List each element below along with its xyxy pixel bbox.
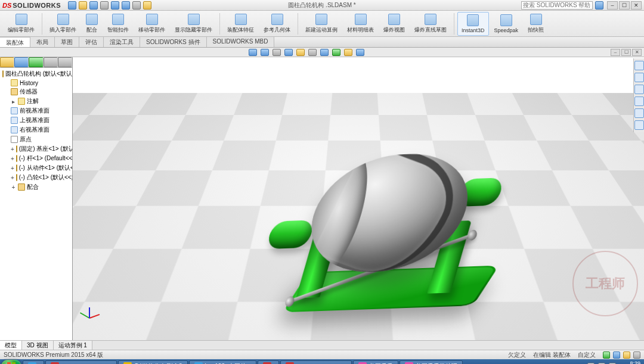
doc-minimize-button[interactable]: – <box>611 49 620 56</box>
qat-undo-icon[interactable] <box>111 1 119 10</box>
qat-redo-icon[interactable] <box>122 1 130 10</box>
tree-item-mates[interactable]: +配合 <box>2 182 72 192</box>
tree-root[interactable]: 圆柱凸轮机构 (默认<默认_显示 <box>2 69 72 79</box>
display-manager-tab-icon[interactable] <box>58 57 72 67</box>
tree-item-rod[interactable]: +(-) 杆<1> (Default<<Defaul <box>2 154 72 163</box>
status-tags-icon[interactable] <box>623 351 630 359</box>
tab-addins[interactable]: SOLIDWORKS 插件 <box>140 37 207 47</box>
expander-icon[interactable]: ▸ <box>11 98 16 105</box>
ribbon-assembly-features[interactable]: 装配体特征 <box>223 12 258 36</box>
expander-icon[interactable]: + <box>11 146 14 153</box>
dimxpert-tab-icon[interactable] <box>44 57 58 67</box>
qat-options-icon[interactable] <box>143 1 151 10</box>
orientation-triad[interactable] <box>80 301 101 322</box>
ribbon-smart-fasteners[interactable]: 智能扣件 <box>103 12 133 36</box>
hide-show-icon[interactable] <box>320 49 329 56</box>
ribbon-show-hide[interactable]: 显示隐藏零部件 <box>171 12 216 36</box>
qat-new-icon[interactable] <box>68 1 76 10</box>
taskbar-item-sw1[interactable]: SOLIDWORKS P... <box>45 360 117 364</box>
view-settings-icon[interactable] <box>356 49 364 56</box>
qat-open-icon[interactable] <box>79 1 87 10</box>
property-manager-tab-icon[interactable] <box>14 57 29 67</box>
prev-view-icon[interactable] <box>273 49 281 56</box>
ribbon-speedpak[interactable]: Speedpak <box>490 12 523 36</box>
tab-layout[interactable]: 布局 <box>30 37 55 47</box>
tree-item-annotations[interactable]: ▸注解 <box>2 97 72 106</box>
tree-item-origin[interactable]: 原点 <box>2 135 72 144</box>
feature-manager-tab-icon[interactable] <box>0 57 14 67</box>
tree-item-cam[interactable]: +(-) 凸轮<1> (默认<<默认> <box>2 173 72 182</box>
taskbar-item-browser[interactable] <box>23 360 44 364</box>
ribbon-mate[interactable]: 配合 <box>82 12 102 36</box>
tray-clock[interactable]: 8:29 2019/4/8 <box>620 361 640 364</box>
expander-icon[interactable]: + <box>11 184 16 191</box>
ribbon-exploded-view[interactable]: 爆炸视图 <box>379 12 409 36</box>
ribbon-instant3d[interactable]: Instant3D <box>457 12 489 36</box>
ribbon-ref-geometry[interactable]: 参考几何体 <box>259 12 295 36</box>
doc-maximize-button[interactable]: ☐ <box>621 49 631 56</box>
close-button[interactable]: ✕ <box>631 1 642 10</box>
display-style-icon[interactable] <box>308 49 317 56</box>
status-performance-icon[interactable] <box>633 351 640 359</box>
zoom-area-icon[interactable] <box>261 49 269 56</box>
tree-item-top-plane[interactable]: 上视基准面 <box>2 116 72 125</box>
tab-render[interactable]: 渲染工具 <box>104 37 140 47</box>
tree-item-base[interactable]: +(固定) 基座<1> (默认<<默认> <box>2 144 72 154</box>
ribbon-edit-component[interactable]: 编辑零部件 <box>4 12 39 36</box>
tree-item-front-plane[interactable]: 前视基准面 <box>2 106 72 116</box>
ribbon-insert-component[interactable]: 插入零部件 <box>45 12 80 36</box>
ribbon-snapshot[interactable]: 拍快照 <box>524 12 548 36</box>
tree-item-follower[interactable]: +(-) 从动件<1> (默认<<默认> <box>2 163 72 173</box>
taskbar-item-explorer[interactable]: G:\微信公众号\4-8 <box>118 360 188 364</box>
graphics-viewport[interactable]: 工程师 <box>73 57 644 340</box>
view-orientation-icon[interactable] <box>296 49 305 56</box>
doc-close-button[interactable]: ✕ <box>632 49 642 56</box>
feature-tree: 圆柱凸轮机构 (默认<默认_显示 History 传感器 ▸注解 前视基准面 上… <box>0 69 72 192</box>
taskbar-item-hao123[interactable]: hao123_上网从... <box>189 360 256 364</box>
file-explorer-tab-icon[interactable] <box>634 85 644 94</box>
appearance-icon[interactable] <box>332 49 340 56</box>
taskbar-item-sw2[interactable]: SOLIDWORKS P... <box>280 360 352 364</box>
expander-icon[interactable]: + <box>11 175 14 181</box>
ribbon-separator <box>42 13 42 35</box>
taskbar-item-meitu2[interactable]: 美图秀秀批处理 <box>400 360 463 364</box>
qat-print-icon[interactable] <box>100 1 109 10</box>
expander-icon[interactable]: + <box>11 155 14 162</box>
design-library-tab-icon[interactable] <box>634 73 644 82</box>
ribbon-explode-sketch[interactable]: 爆炸直线草图 <box>410 12 451 36</box>
tab-3d-views[interactable]: 3D 视图 <box>22 341 54 350</box>
tree-item-right-plane[interactable]: 右视基准面 <box>2 125 72 135</box>
tree-item-history[interactable]: History <box>2 79 72 87</box>
section-view-icon[interactable] <box>284 49 293 56</box>
minimize-button[interactable]: – <box>607 1 618 10</box>
tab-evaluate[interactable]: 评估 <box>79 37 104 47</box>
tree-item-sensors[interactable]: 传感器 <box>2 87 72 97</box>
config-manager-tab-icon[interactable] <box>29 57 43 67</box>
ribbon-motion-study[interactable]: 新建运动算例 <box>301 12 342 36</box>
resources-tab-icon[interactable] <box>634 61 644 70</box>
tab-motion-study-1[interactable]: 运动算例 1 <box>54 341 92 350</box>
appearances-tab-icon[interactable] <box>634 108 644 118</box>
ribbon-bom[interactable]: 材料明细表 <box>343 12 378 36</box>
maximize-button[interactable]: ☐ <box>619 1 630 10</box>
qat-rebuild-icon[interactable] <box>132 1 141 10</box>
qat-save-icon[interactable] <box>89 1 98 10</box>
zoom-fit-icon[interactable] <box>249 49 257 56</box>
tab-sketch[interactable]: 草图 <box>55 37 79 47</box>
status-unit-icon[interactable] <box>603 351 610 359</box>
custom-props-tab-icon[interactable] <box>634 120 644 130</box>
expander-icon[interactable]: + <box>11 165 14 172</box>
help-icon[interactable] <box>595 1 603 10</box>
status-custom[interactable]: 自定义 <box>578 351 596 359</box>
tab-mbd[interactable]: SOLIDWORKS MBD <box>207 37 275 47</box>
view-palette-tab-icon[interactable] <box>634 97 644 106</box>
status-rebuild-icon[interactable] <box>613 351 620 359</box>
taskbar-item-meitu1[interactable]: 美图秀秀 <box>353 360 398 364</box>
help-search-input[interactable] <box>521 1 593 10</box>
tab-model[interactable]: 模型 <box>0 341 22 350</box>
taskbar-item-app[interactable] <box>258 360 279 364</box>
start-button[interactable] <box>1 360 21 364</box>
tab-assembly[interactable]: 装配体 <box>0 37 30 47</box>
ribbon-move-component[interactable]: 移动零部件 <box>134 12 169 36</box>
scene-icon[interactable] <box>344 49 352 56</box>
